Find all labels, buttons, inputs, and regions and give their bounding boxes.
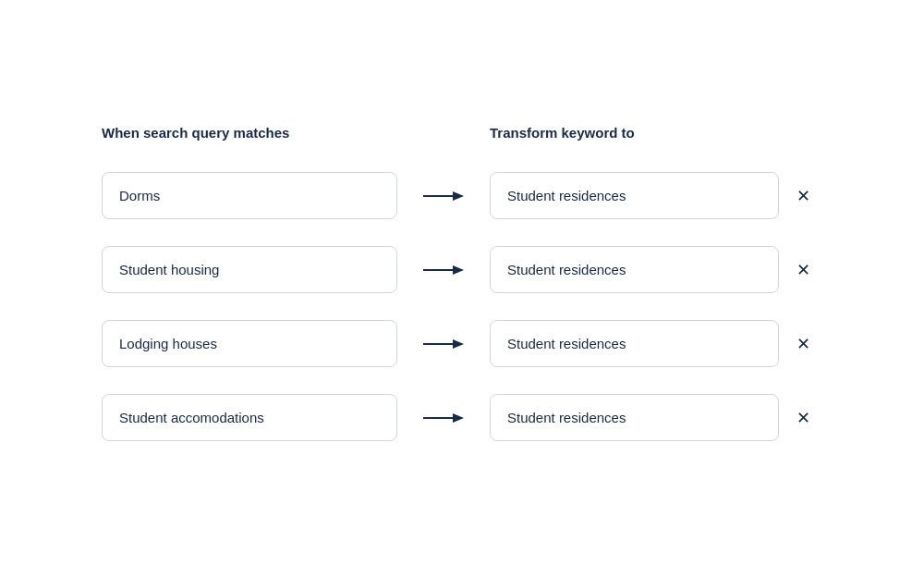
delete-button-2[interactable]: ✕: [788, 329, 818, 359]
main-container: When search query matches Transform keyw…: [83, 98, 841, 481]
arrow-icon-0: [423, 166, 464, 226]
right-row-1: ✕: [490, 246, 818, 293]
mapping-row-2: ✕: [102, 314, 822, 374]
svg-marker-3: [453, 265, 464, 275]
arrow-svg-3: [423, 411, 464, 425]
right-column-header: Transform keyword to: [490, 117, 635, 150]
columns-layout: When search query matches Transform keyw…: [102, 117, 822, 166]
arrow-cell-0: [397, 166, 490, 226]
arrow-column-header-spacer: [397, 117, 490, 166]
mapping-row-1: ✕: [102, 240, 822, 300]
transform-input-2[interactable]: [490, 320, 779, 367]
arrow-svg-1: [423, 263, 464, 277]
arrow-svg-0: [423, 189, 464, 203]
right-row-0: ✕: [490, 172, 818, 219]
svg-marker-1: [453, 191, 464, 201]
svg-marker-7: [453, 413, 464, 423]
query-input-2[interactable]: [102, 320, 397, 367]
arrow-icon-3: [423, 388, 464, 448]
right-row-2: ✕: [490, 320, 818, 367]
arrow-svg-2: [423, 337, 464, 351]
delete-button-0[interactable]: ✕: [788, 181, 818, 211]
query-input-3[interactable]: [102, 394, 397, 441]
arrow-cell-1: [397, 240, 490, 300]
arrow-cell-3: [397, 388, 490, 448]
query-input-wrapper-3: [102, 394, 397, 441]
query-input-wrapper-1: [102, 246, 397, 293]
right-row-3: ✕: [490, 394, 818, 441]
arrow-icon-1: [423, 240, 464, 300]
right-cell-2: ✕: [490, 320, 818, 367]
delete-button-1[interactable]: ✕: [788, 255, 818, 285]
rows-container: ✕ ✕: [102, 166, 822, 448]
query-input-wrapper-0: [102, 172, 397, 219]
mapping-row-0: ✕: [102, 166, 822, 226]
mapping-row-3: ✕: [102, 388, 822, 448]
left-column: When search query matches: [102, 117, 397, 166]
transform-input-1[interactable]: [490, 246, 779, 293]
svg-marker-5: [453, 339, 464, 349]
query-input-wrapper-2: [102, 320, 397, 367]
arrow-icon-2: [423, 314, 464, 374]
transform-input-3[interactable]: [490, 394, 779, 441]
right-cell-3: ✕: [490, 394, 818, 441]
left-column-header: When search query matches: [102, 117, 397, 150]
arrow-cell-2: [397, 314, 490, 374]
transform-input-0[interactable]: [490, 172, 779, 219]
query-input-0[interactable]: [102, 172, 397, 219]
right-cell-1: ✕: [490, 246, 818, 293]
right-cell-0: ✕: [490, 172, 818, 219]
query-input-1[interactable]: [102, 246, 397, 293]
delete-button-3[interactable]: ✕: [788, 403, 818, 433]
